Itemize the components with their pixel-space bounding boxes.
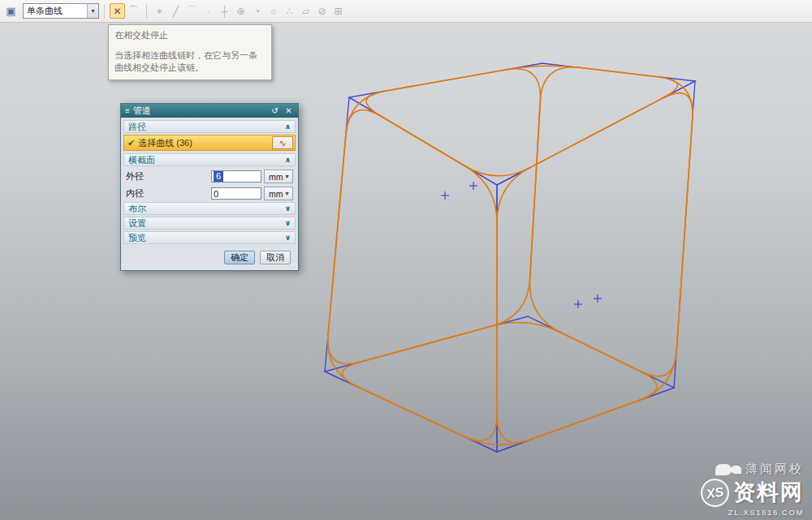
section-preview-label: 预览 xyxy=(128,232,146,244)
graphics-area[interactable] xyxy=(0,23,812,520)
curve-rule-options-group: ✕⌒ xyxy=(110,3,141,19)
dialog-buttons: 确定 取消 xyxy=(123,246,296,270)
stop-at-intersection-icon[interactable]: ✕ xyxy=(110,3,125,19)
xs-logo-icon: XS xyxy=(698,476,732,509)
outer-diameter-label: 外径 xyxy=(126,170,211,183)
chat-bubble-icon xyxy=(731,466,741,474)
chevron-down-icon: ▼ xyxy=(284,174,290,179)
check-icon: ✔ xyxy=(127,138,135,148)
inner-diameter-label: 内径 xyxy=(126,187,211,200)
chevron-down-icon: ∨ xyxy=(285,234,291,242)
snap-control-point-icon[interactable]: ∙ xyxy=(201,3,216,19)
pipe-dialog: ≡ 管道 ↺ ✕ 路径 ∧ ✔ 选择曲线 (36) ∿ 横截面 ∧ 外径 xyxy=(120,103,299,271)
outer-unit-dropdown[interactable]: mm ▼ xyxy=(264,170,293,183)
section-settings-label: 设置 xyxy=(128,217,146,230)
section-settings[interactable]: 设置 ∨ xyxy=(123,217,296,230)
section-cross-section-label: 横截面 xyxy=(128,154,155,166)
watermark-url: ZL.XS1616.COM xyxy=(701,508,804,517)
tooltip-body: 当选择相连曲线链时，在它与另一条曲线相交处停止该链。 xyxy=(114,49,266,74)
snap-bounded-plane-icon[interactable]: ⊘ xyxy=(314,3,330,19)
outer-diameter-input[interactable]: 6 xyxy=(211,170,261,183)
section-cross-section[interactable]: 横截面 ∧ xyxy=(123,153,296,166)
section-path[interactable]: 路径 ∧ xyxy=(123,120,296,133)
snap-knot-icon[interactable]: ⊞ xyxy=(330,3,346,19)
chevron-down-icon: ▼ xyxy=(284,191,290,196)
inner-diameter-value: 0 xyxy=(214,189,218,199)
curve-rule-dropdown[interactable]: 单条曲线 ▾ xyxy=(23,3,99,19)
chat-bubble-icon xyxy=(715,464,732,475)
drag-handle-icon[interactable]: ≡ xyxy=(125,106,130,115)
section-path-label: 路径 xyxy=(128,121,146,133)
chevron-down-icon: ▾ xyxy=(87,4,98,18)
snap-midpoint-icon[interactable]: ⌒ xyxy=(184,3,200,19)
snap-arc-center-icon[interactable]: ⊕ xyxy=(233,3,248,19)
section-boolean[interactable]: 布尔 ∨ xyxy=(123,202,296,215)
follow-fillet-icon[interactable]: ⌒ xyxy=(126,3,141,19)
dialog-titlebar[interactable]: ≡ 管道 ↺ ✕ xyxy=(121,104,298,118)
chevron-up-icon: ∧ xyxy=(285,156,291,164)
snap-point-group: ⌖╱⌒∙┼⊕◔○∴▱⊘⊞ xyxy=(152,3,346,19)
outer-diameter-value: 6 xyxy=(214,171,223,182)
tooltip-title: 在相交处停止 xyxy=(114,29,266,41)
snap-quadrant-icon[interactable]: ◔ xyxy=(249,3,265,19)
snap-existing-point-icon[interactable]: ○ xyxy=(266,3,281,19)
chevron-up-icon: ∧ xyxy=(285,122,291,131)
snap-endpoint-icon[interactable]: ╱ xyxy=(168,3,184,19)
snap-intersection-icon[interactable]: ┼ xyxy=(217,3,232,19)
cancel-button[interactable]: 取消 xyxy=(260,251,291,264)
watermark-site: 资料网 xyxy=(733,478,804,507)
toolbar-separator xyxy=(104,4,105,19)
select-curve-button[interactable]: ∿ xyxy=(272,136,293,149)
tooltip: 在相交处停止 当选择相连曲线链时，在它与另一条曲线相交处停止该链。 xyxy=(108,24,272,80)
ok-button[interactable]: 确定 xyxy=(224,251,255,264)
toolbar-separator xyxy=(146,4,147,19)
outer-diameter-row: 外径 6 mm ▼ xyxy=(123,168,296,185)
inner-diameter-row: 内径 0 mm ▼ xyxy=(123,185,296,202)
inner-unit-value: mm xyxy=(269,189,283,199)
close-icon[interactable]: ✕ xyxy=(283,106,294,115)
selection-toolbar: ▣ 单条曲线 ▾ ✕⌒ ⌖╱⌒∙┼⊕◔○∴▱⊘⊞ xyxy=(0,0,812,23)
dialog-title: 管道 xyxy=(133,105,151,117)
chevron-down-icon: ∨ xyxy=(285,219,291,227)
section-boolean-label: 布尔 xyxy=(128,203,146,215)
snap-point-on-curve-icon[interactable]: ∴ xyxy=(282,3,297,19)
section-preview[interactable]: 预览 ∨ xyxy=(123,231,296,244)
curve-selection-label: 选择曲线 (36) xyxy=(138,137,192,149)
type-filter-icon[interactable]: ▣ xyxy=(3,3,19,19)
watermark: 薄闻网校 XS 资料网 ZL.XS1616.COM xyxy=(701,462,804,517)
snap-point-on-surface-icon[interactable]: ▱ xyxy=(298,3,313,19)
watermark-school: 薄闻网校 xyxy=(745,462,804,477)
curve-rule-value: 单条曲线 xyxy=(24,5,87,17)
nx-window: ▣ 单条曲线 ▾ ✕⌒ ⌖╱⌒∙┼⊕◔○∴▱⊘⊞ 在相交处停止 当选择相连曲线链… xyxy=(0,0,812,520)
outer-unit-value: mm xyxy=(269,172,283,182)
curve-selection-row[interactable]: ✔ 选择曲线 (36) ∿ xyxy=(123,135,296,151)
inner-unit-dropdown[interactable]: mm ▼ xyxy=(264,187,293,200)
chevron-down-icon: ∨ xyxy=(285,204,291,213)
reset-icon[interactable]: ↺ xyxy=(270,106,280,115)
snap-enable-icon[interactable]: ⌖ xyxy=(152,3,167,19)
inner-diameter-input[interactable]: 0 xyxy=(211,187,261,200)
